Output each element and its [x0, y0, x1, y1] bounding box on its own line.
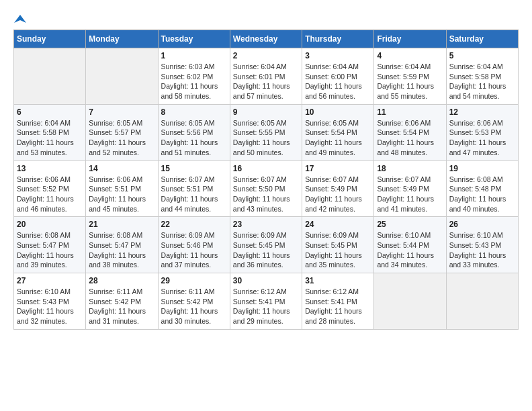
calendar-cell: 16Sunrise: 6:07 AMSunset: 5:50 PMDayligh…	[230, 161, 302, 217]
day-info: Sunrise: 6:10 AMSunset: 5:44 PMDaylight:…	[377, 230, 443, 270]
day-number: 15	[161, 164, 227, 173]
calendar-header-row: SundayMondayTuesdayWednesdayThursdayFrid…	[14, 30, 519, 48]
day-number: 11	[377, 107, 443, 117]
day-info: Sunrise: 6:04 AMSunset: 5:58 PMDaylight:…	[449, 62, 515, 101]
day-info: Sunrise: 6:06 AMSunset: 5:53 PMDaylight:…	[449, 118, 515, 158]
day-number: 13	[17, 164, 83, 173]
calendar-cell: 10Sunrise: 6:05 AMSunset: 5:54 PMDayligh…	[302, 104, 374, 161]
day-number: 31	[305, 276, 371, 285]
day-number: 2	[233, 51, 299, 60]
day-info: Sunrise: 6:08 AMSunset: 5:47 PMDaylight:…	[89, 230, 154, 270]
day-number: 10	[305, 107, 371, 117]
calendar-cell	[86, 48, 158, 105]
day-info: Sunrise: 6:07 AMSunset: 5:51 PMDaylight:…	[161, 175, 227, 214]
day-number: 30	[233, 276, 299, 285]
day-number: 18	[377, 164, 443, 173]
calendar-cell: 13Sunrise: 6:06 AMSunset: 5:52 PMDayligh…	[14, 161, 86, 217]
day-number: 5	[449, 51, 515, 60]
day-number: 29	[161, 276, 227, 285]
calendar-cell: 25Sunrise: 6:10 AMSunset: 5:44 PMDayligh…	[374, 217, 446, 273]
calendar-cell: 6Sunrise: 6:04 AMSunset: 5:58 PMDaylight…	[14, 104, 86, 161]
day-info: Sunrise: 6:09 AMSunset: 5:45 PMDaylight:…	[305, 230, 371, 270]
calendar-cell: 19Sunrise: 6:08 AMSunset: 5:48 PMDayligh…	[446, 161, 518, 217]
day-info: Sunrise: 6:06 AMSunset: 5:51 PMDaylight:…	[89, 175, 154, 214]
day-info: Sunrise: 6:08 AMSunset: 5:47 PMDaylight:…	[17, 230, 83, 270]
day-of-week-header: Sunday	[14, 30, 86, 48]
day-info: Sunrise: 6:11 AMSunset: 5:42 PMDaylight:…	[89, 287, 154, 326]
calendar-cell: 28Sunrise: 6:11 AMSunset: 5:42 PMDayligh…	[86, 273, 158, 330]
day-of-week-header: Tuesday	[158, 30, 230, 48]
calendar-week-row: 27Sunrise: 6:10 AMSunset: 5:43 PMDayligh…	[14, 273, 519, 330]
day-info: Sunrise: 6:08 AMSunset: 5:48 PMDaylight:…	[449, 175, 515, 214]
calendar-cell: 31Sunrise: 6:12 AMSunset: 5:41 PMDayligh…	[302, 273, 374, 330]
day-number: 14	[89, 164, 154, 173]
svg-marker-0	[14, 15, 26, 23]
calendar-cell: 8Sunrise: 6:05 AMSunset: 5:56 PMDaylight…	[158, 104, 230, 161]
day-number: 6	[17, 107, 83, 117]
calendar-table: SundayMondayTuesdayWednesdayThursdayFrid…	[13, 30, 519, 330]
day-of-week-header: Monday	[86, 30, 158, 48]
day-number: 17	[305, 164, 371, 173]
calendar-cell: 30Sunrise: 6:12 AMSunset: 5:41 PMDayligh…	[230, 273, 302, 330]
calendar-cell: 21Sunrise: 6:08 AMSunset: 5:47 PMDayligh…	[86, 217, 158, 273]
day-info: Sunrise: 6:12 AMSunset: 5:41 PMDaylight:…	[233, 287, 299, 326]
calendar-week-row: 1Sunrise: 6:03 AMSunset: 6:02 PMDaylight…	[14, 48, 519, 105]
calendar-cell: 23Sunrise: 6:09 AMSunset: 5:45 PMDayligh…	[230, 217, 302, 273]
day-number: 23	[233, 220, 299, 229]
day-number: 12	[449, 107, 515, 117]
day-of-week-header: Friday	[374, 30, 446, 48]
day-info: Sunrise: 6:09 AMSunset: 5:45 PMDaylight:…	[233, 230, 299, 270]
calendar-week-row: 13Sunrise: 6:06 AMSunset: 5:52 PMDayligh…	[14, 161, 519, 217]
day-number: 1	[161, 51, 227, 60]
calendar-cell: 18Sunrise: 6:07 AMSunset: 5:49 PMDayligh…	[374, 161, 446, 217]
day-number: 3	[305, 51, 371, 60]
logo-bird-icon	[14, 13, 26, 26]
calendar-cell: 26Sunrise: 6:10 AMSunset: 5:43 PMDayligh…	[446, 217, 518, 273]
day-number: 20	[17, 220, 83, 229]
day-number: 25	[377, 220, 443, 229]
calendar-cell	[14, 48, 86, 105]
day-info: Sunrise: 6:09 AMSunset: 5:46 PMDaylight:…	[161, 230, 227, 270]
calendar-cell	[374, 273, 446, 330]
day-info: Sunrise: 6:10 AMSunset: 5:43 PMDaylight:…	[17, 287, 83, 326]
day-of-week-header: Saturday	[446, 30, 518, 48]
day-info: Sunrise: 6:07 AMSunset: 5:49 PMDaylight:…	[305, 175, 371, 214]
day-info: Sunrise: 6:04 AMSunset: 5:58 PMDaylight:…	[17, 118, 83, 158]
day-number: 28	[89, 276, 154, 285]
day-number: 27	[17, 276, 83, 285]
day-info: Sunrise: 6:05 AMSunset: 5:57 PMDaylight:…	[89, 118, 154, 158]
calendar-cell: 11Sunrise: 6:06 AMSunset: 5:54 PMDayligh…	[374, 104, 446, 161]
calendar-week-row: 6Sunrise: 6:04 AMSunset: 5:58 PMDaylight…	[14, 104, 519, 161]
day-info: Sunrise: 6:10 AMSunset: 5:43 PMDaylight:…	[449, 230, 515, 270]
calendar-cell: 7Sunrise: 6:05 AMSunset: 5:57 PMDaylight…	[86, 104, 158, 161]
calendar-cell: 3Sunrise: 6:04 AMSunset: 6:00 PMDaylight…	[302, 48, 374, 105]
calendar-cell: 4Sunrise: 6:04 AMSunset: 5:59 PMDaylight…	[374, 48, 446, 105]
day-info: Sunrise: 6:05 AMSunset: 5:56 PMDaylight:…	[161, 118, 227, 158]
day-info: Sunrise: 6:06 AMSunset: 5:54 PMDaylight:…	[377, 118, 443, 158]
day-info: Sunrise: 6:03 AMSunset: 6:02 PMDaylight:…	[161, 62, 227, 101]
calendar-cell: 17Sunrise: 6:07 AMSunset: 5:49 PMDayligh…	[302, 161, 374, 217]
day-number: 4	[377, 51, 443, 60]
day-info: Sunrise: 6:04 AMSunset: 6:00 PMDaylight:…	[305, 62, 371, 101]
calendar-cell: 12Sunrise: 6:06 AMSunset: 5:53 PMDayligh…	[446, 104, 518, 161]
day-info: Sunrise: 6:07 AMSunset: 5:50 PMDaylight:…	[233, 175, 299, 214]
day-number: 21	[89, 220, 154, 229]
day-info: Sunrise: 6:06 AMSunset: 5:52 PMDaylight:…	[17, 175, 83, 214]
day-info: Sunrise: 6:05 AMSunset: 5:54 PMDaylight:…	[305, 118, 371, 158]
day-info: Sunrise: 6:12 AMSunset: 5:41 PMDaylight:…	[305, 287, 371, 326]
calendar-cell: 27Sunrise: 6:10 AMSunset: 5:43 PMDayligh…	[14, 273, 86, 330]
calendar-cell: 1Sunrise: 6:03 AMSunset: 6:02 PMDaylight…	[158, 48, 230, 105]
calendar-cell: 2Sunrise: 6:04 AMSunset: 6:01 PMDaylight…	[230, 48, 302, 105]
day-info: Sunrise: 6:05 AMSunset: 5:55 PMDaylight:…	[233, 118, 299, 158]
day-number: 24	[305, 220, 371, 229]
logo	[13, 13, 27, 23]
calendar-cell: 15Sunrise: 6:07 AMSunset: 5:51 PMDayligh…	[158, 161, 230, 217]
day-number: 16	[233, 164, 299, 173]
day-of-week-header: Thursday	[302, 30, 374, 48]
calendar-week-row: 20Sunrise: 6:08 AMSunset: 5:47 PMDayligh…	[14, 217, 519, 273]
day-number: 8	[161, 107, 227, 117]
calendar-cell: 9Sunrise: 6:05 AMSunset: 5:55 PMDaylight…	[230, 104, 302, 161]
calendar-cell: 14Sunrise: 6:06 AMSunset: 5:51 PMDayligh…	[86, 161, 158, 217]
calendar-cell: 29Sunrise: 6:11 AMSunset: 5:42 PMDayligh…	[158, 273, 230, 330]
day-number: 7	[89, 107, 154, 117]
